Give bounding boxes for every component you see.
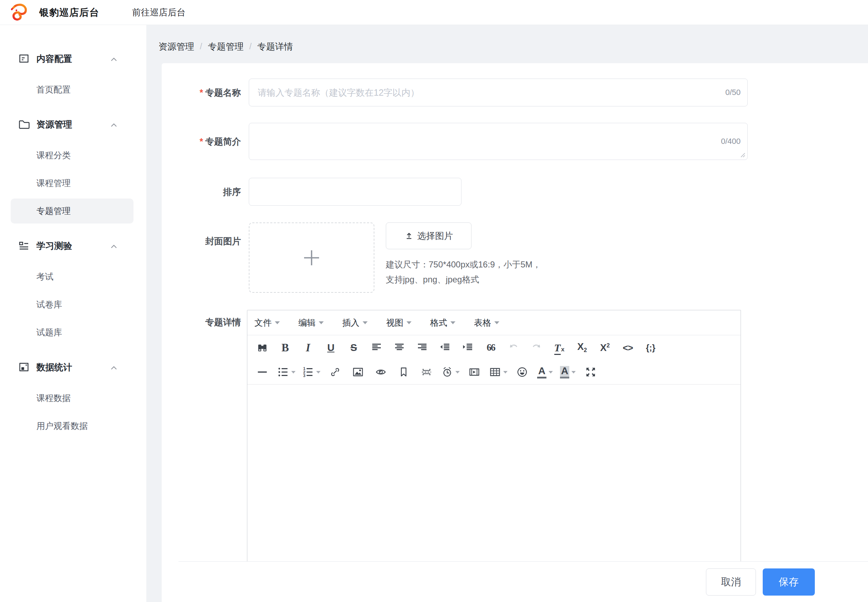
remove-format-icon[interactable]: Tx — [550, 338, 569, 358]
page-break-icon[interactable] — [417, 362, 436, 382]
sidebar-group-content-config[interactable]: 内容配置 — [0, 41, 146, 76]
image-icon[interactable] — [348, 362, 368, 382]
subscript-icon[interactable]: X2 — [572, 338, 592, 358]
sidebar: 内容配置首页配置资源管理课程分类课程管理专题管理学习测验考试试卷库试题库数据统计… — [0, 25, 146, 602]
sidebar-group-data-stats[interactable]: 数据统计 — [0, 350, 146, 384]
underline-icon[interactable]: U — [321, 338, 340, 358]
breadcrumb-separator: / — [200, 42, 202, 51]
sidebar-item-user-watch-data[interactable]: 用户观看数据 — [0, 412, 146, 440]
editor-menu-file[interactable]: 文件 — [249, 314, 285, 331]
editor-toolbar-row1: BIUS66TxX2X2<>{;} — [247, 335, 741, 360]
blockquote-icon[interactable]: 66 — [481, 338, 500, 358]
align-right-icon[interactable] — [413, 338, 432, 358]
align-left-icon[interactable] — [367, 338, 386, 358]
chevron-up-icon[interactable] — [110, 57, 117, 61]
app-header: 银豹巡店后台 前往巡店后台 — [0, 0, 868, 25]
datetime-icon[interactable] — [440, 362, 461, 382]
required-mark: * — [199, 137, 203, 147]
sidebar-item-home-config[interactable]: 首页配置 — [0, 76, 146, 104]
table-icon[interactable] — [488, 362, 509, 382]
sidebar-item-course-management[interactable]: 课程管理 — [0, 169, 146, 197]
topic-intro-textarea[interactable] — [249, 123, 748, 160]
plus-icon — [299, 245, 324, 270]
sidebar-item-question-library[interactable]: 试题库 — [0, 318, 146, 346]
breadcrumb-item-1[interactable]: 资源管理 — [158, 41, 194, 52]
forecolor-icon[interactable]: A — [535, 362, 555, 382]
editor-content[interactable] — [247, 385, 741, 561]
redo-icon — [527, 338, 546, 358]
backcolor-icon[interactable]: A — [558, 362, 578, 382]
topic-name-row: * 专题名称 0/50 — [162, 78, 868, 106]
superscript-icon[interactable]: X2 — [595, 338, 615, 358]
editor-menu-edit[interactable]: 编辑 — [293, 314, 330, 331]
chevron-down-icon — [455, 371, 460, 373]
link-icon[interactable] — [325, 362, 345, 382]
bold-icon[interactable]: B — [276, 338, 295, 358]
editor-menu-table[interactable]: 表格 — [468, 314, 505, 331]
save-button[interactable]: 保存 — [763, 568, 815, 596]
chevron-down-icon — [275, 321, 280, 324]
topic-name-counter: 0/50 — [725, 88, 741, 97]
editor-menu-format[interactable]: 格式 — [424, 314, 461, 331]
bullet-list-icon[interactable] — [276, 362, 297, 382]
sidebar-item-paper-library[interactable]: 试卷库 — [0, 291, 146, 318]
anchor-icon[interactable] — [394, 362, 413, 382]
chevron-up-icon[interactable] — [110, 122, 117, 126]
align-center-icon[interactable] — [390, 338, 409, 358]
chevron-down-icon — [571, 371, 576, 373]
chevron-down-icon — [291, 371, 296, 373]
chevron-up-icon[interactable] — [110, 244, 117, 248]
sidebar-item-course-data[interactable]: 课程数据 — [0, 384, 146, 412]
sidebar-group-resource-management[interactable]: 资源管理 — [0, 107, 146, 141]
media-icon[interactable] — [465, 362, 484, 382]
form-card: * 专题名称 0/50 * 专题简介 0/400 — [162, 63, 868, 602]
indent-icon[interactable] — [458, 338, 477, 358]
topic-name-label: * 专题名称 — [162, 78, 249, 106]
preview-icon[interactable] — [371, 362, 391, 382]
outdent-icon[interactable] — [436, 338, 455, 358]
code-icon[interactable]: <> — [618, 338, 638, 358]
footer-bar: 取消 保存 — [162, 562, 868, 602]
app-title: 银豹巡店后台 — [39, 6, 99, 19]
rich-text-editor: 文件编辑插入视图格式表格 BIUS66TxX2X2<>{;} 123AA — [247, 310, 741, 561]
breadcrumb-item-2[interactable]: 专题管理 — [208, 41, 244, 52]
resize-handle-icon[interactable] — [739, 152, 746, 158]
hr-icon[interactable] — [253, 362, 272, 382]
chevron-down-icon — [451, 321, 455, 324]
sidebar-group-study-quiz[interactable]: 学习测验 — [0, 229, 146, 263]
topic-intro-row: * 专题简介 0/400 — [162, 123, 868, 160]
code-sample-icon[interactable]: {;} — [641, 338, 660, 358]
required-mark: * — [199, 88, 203, 98]
choose-image-button[interactable]: 选择图片 — [386, 223, 471, 249]
cancel-button[interactable]: 取消 — [706, 568, 756, 596]
search-replace-icon[interactable] — [253, 338, 272, 358]
page: 银豹巡店后台 前往巡店后台 内容配置首页配置资源管理课程分类课程管理专题管理学习… — [0, 0, 868, 602]
goto-inspection-backend-link[interactable]: 前往巡店后台 — [132, 6, 186, 18]
italic-icon[interactable]: I — [298, 338, 317, 358]
sort-input[interactable] — [249, 178, 462, 206]
chevron-down-icon — [316, 371, 321, 373]
numbered-list-icon[interactable]: 123 — [301, 362, 322, 382]
chevron-down-icon — [503, 371, 508, 373]
cover-image-label: 封面图片 — [162, 223, 249, 293]
sidebar-item-course-category[interactable]: 课程分类 — [0, 141, 146, 169]
sort-row: 排序 — [162, 178, 868, 206]
stats-icon — [18, 361, 30, 373]
topic-name-input[interactable] — [249, 78, 748, 106]
chevron-up-icon[interactable] — [110, 365, 117, 369]
quiz-icon — [18, 240, 30, 252]
sidebar-item-exam[interactable]: 考试 — [0, 263, 146, 291]
cover-image-row: 封面图片 选择图片 建议尺寸：750*400px或16:9，小 — [162, 223, 868, 293]
breadcrumb: 资源管理/专题管理/专题详情 — [158, 41, 293, 52]
editor-menu-insert[interactable]: 插入 — [337, 314, 373, 331]
breadcrumb-item-3: 专题详情 — [257, 41, 293, 52]
svg-text:3: 3 — [304, 373, 305, 378]
cover-upload-dropzone[interactable] — [249, 223, 374, 293]
sidebar-item-topic-management[interactable]: 专题管理 — [0, 197, 146, 225]
editor-menu-view[interactable]: 视图 — [380, 314, 417, 331]
strikethrough-icon[interactable]: S — [344, 338, 363, 358]
chevron-down-icon — [494, 321, 499, 324]
fullscreen-icon[interactable] — [581, 362, 600, 382]
main-content: 资源管理/专题管理/专题详情 * 专题名称 0/50 * 专题简介 — [146, 25, 868, 602]
emoji-icon[interactable] — [512, 362, 532, 382]
